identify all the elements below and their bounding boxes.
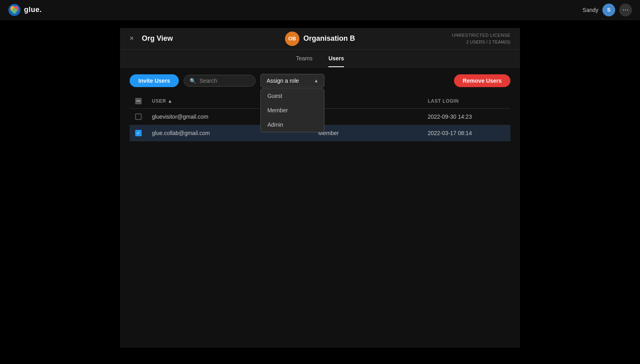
col-role xyxy=(314,94,423,109)
remove-users-button[interactable]: Remove Users xyxy=(454,74,510,87)
user-avatar[interactable]: S xyxy=(602,4,615,16)
sort-icon: ▲ xyxy=(168,98,172,104)
tab-users[interactable]: Users xyxy=(328,55,344,67)
svg-point-3 xyxy=(12,8,17,14)
assign-role-dropdown: Guest Member Admin xyxy=(260,88,324,132)
topbar-left: glue. xyxy=(8,4,42,16)
assign-role-wrapper: Assign a role ▲ Guest Member Admin xyxy=(260,74,324,88)
org-info: OB Organisation B xyxy=(285,32,355,46)
search-icon: 🔍 xyxy=(190,78,196,84)
org-name: Organisation B xyxy=(303,34,355,43)
role-option-member[interactable]: Member xyxy=(261,103,324,117)
tab-teams[interactable]: Teams xyxy=(296,55,312,67)
close-button[interactable]: × xyxy=(130,34,134,43)
select-all-checkbox-header[interactable] xyxy=(130,94,147,109)
chevron-up-icon: ▲ xyxy=(314,78,318,84)
assign-role-button[interactable]: Assign a role ▲ xyxy=(260,74,324,88)
tabs: Teams Users xyxy=(120,50,520,68)
license-type: UNRESTRICTED LICENSE xyxy=(452,32,510,39)
user-role-2: Member xyxy=(314,125,423,141)
toolbar: Invite Users 🔍 Assign a role ▲ Guest Mem… xyxy=(120,68,520,94)
row-checkbox-cell-2[interactable] xyxy=(130,125,147,141)
col-last-login: LAST LOGIN xyxy=(423,94,510,109)
more-options-button[interactable]: ⋯ xyxy=(619,4,632,16)
role-option-guest[interactable]: Guest xyxy=(261,89,324,103)
org-panel: × Org View OB Organisation B UNRESTRICTE… xyxy=(120,28,520,348)
user-lastlogin-2: 2022-03-17 08:14 xyxy=(423,125,510,141)
logo-icon xyxy=(8,4,21,16)
license-info: UNRESTRICTED LICENSE 2 USERS / 2 TEAM(S) xyxy=(452,32,510,45)
panel-title: Org View xyxy=(142,34,173,43)
user-lastlogin-1: 2022-09-30 14:23 xyxy=(423,109,510,125)
org-avatar: OB xyxy=(285,32,299,46)
user-role-1 xyxy=(314,109,423,125)
col-user-label: USER xyxy=(152,98,166,104)
logo-text: glue. xyxy=(24,6,42,14)
license-users: 2 USERS / 2 TEAM(S) xyxy=(452,39,510,46)
select-all-checkbox[interactable] xyxy=(135,98,142,104)
assign-role-label: Assign a role xyxy=(266,78,299,84)
topbar-username: Sandy xyxy=(582,7,598,13)
search-input[interactable] xyxy=(199,78,247,84)
topbar-right: Sandy S ⋯ xyxy=(582,4,632,16)
row-checkbox-cell-1[interactable] xyxy=(130,109,147,125)
row-checkbox-2[interactable] xyxy=(135,130,142,136)
invite-users-button[interactable]: Invite Users xyxy=(130,74,179,87)
row-checkbox-1[interactable] xyxy=(135,113,142,120)
role-option-admin[interactable]: Admin xyxy=(261,117,324,132)
panel-header: × Org View OB Organisation B UNRESTRICTE… xyxy=(120,28,520,50)
search-box: 🔍 xyxy=(184,75,256,87)
topbar: glue. Sandy S ⋯ xyxy=(0,0,640,20)
